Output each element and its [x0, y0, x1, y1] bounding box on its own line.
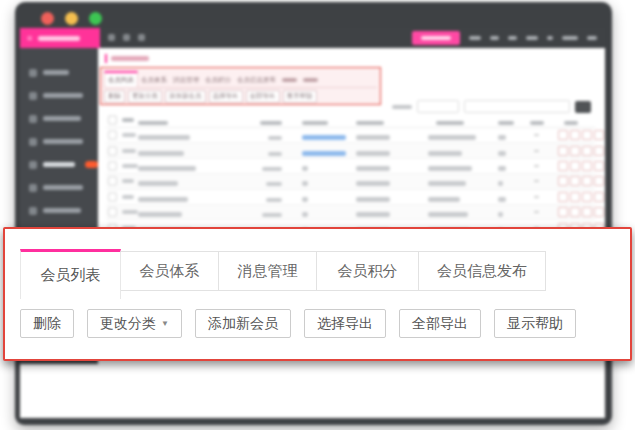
tab-members-list[interactable]: 会员列表: [20, 249, 121, 299]
action-button[interactable]: [594, 161, 604, 171]
nav-icon: [29, 138, 37, 146]
sidebar-item[interactable]: [20, 61, 98, 84]
action-button[interactable]: [594, 130, 604, 140]
change-category-button[interactable]: 更改分类▼: [87, 309, 182, 338]
profile-link[interactable]: [302, 151, 346, 156]
bg-delete-button[interactable]: 删除: [104, 90, 125, 103]
search-label-placeholder: [392, 105, 412, 109]
close-button[interactable]: [41, 12, 54, 25]
hamburger-icon: ≡: [27, 34, 32, 43]
header-menu: [412, 28, 597, 48]
nav-icon: [29, 207, 37, 215]
row-checkbox[interactable]: [108, 131, 117, 140]
menu-item-placeholder[interactable]: [562, 36, 578, 40]
select-all-checkbox[interactable]: [108, 115, 117, 124]
bg-export-all-button[interactable]: 全部导出: [246, 90, 280, 103]
profile-link[interactable]: [302, 135, 346, 140]
nav-icon: [29, 69, 37, 77]
row-checkbox[interactable]: [108, 192, 117, 201]
tab-bar: 会员列表 会员体系 消息管理 会员积分 会员信息发布: [20, 249, 546, 299]
sidebar-item[interactable]: [20, 130, 98, 153]
action-button[interactable]: [582, 130, 592, 140]
action-button[interactable]: [594, 207, 604, 217]
action-button[interactable]: [582, 192, 592, 202]
bg-add-member-button[interactable]: 添加新会员: [165, 90, 206, 103]
brand-logo[interactable]: ≡: [20, 28, 100, 48]
tab-member-system[interactable]: 会员体系: [120, 251, 219, 291]
bg-tab-members-list[interactable]: 会员列表: [104, 71, 138, 88]
action-button[interactable]: [594, 192, 604, 202]
header-primary-button[interactable]: [412, 31, 460, 45]
add-new-member-button[interactable]: 添加新会员: [195, 309, 291, 338]
bg-tab-extra[interactable]: [300, 73, 321, 88]
menu-item-placeholder[interactable]: [547, 36, 553, 40]
action-button[interactable]: [582, 207, 592, 217]
action-button[interactable]: [558, 161, 568, 171]
toolbar-buttons: 删除 更改分类▼ 添加新会员 选择导出 全部导出 显示帮助: [20, 309, 576, 338]
delete-button[interactable]: 删除: [20, 309, 74, 338]
nav-icon: [29, 161, 37, 169]
bg-tab-extra[interactable]: [279, 73, 300, 88]
bg-button-row: 删除 更改分类 添加新会员 选择导出 全部导出 显示帮助: [104, 90, 317, 103]
row-actions: [558, 130, 604, 140]
action-button[interactable]: [582, 176, 592, 186]
bg-change-category-button[interactable]: 更改分类: [128, 90, 162, 103]
action-button[interactable]: [570, 207, 580, 217]
menu-item-placeholder[interactable]: [469, 36, 481, 40]
sidebar-item[interactable]: [20, 84, 98, 107]
grid-icon[interactable]: [123, 34, 130, 41]
sidebar-item[interactable]: [20, 199, 98, 222]
nav-icon: [29, 92, 37, 100]
action-button[interactable]: [570, 130, 580, 140]
action-button[interactable]: [558, 176, 568, 186]
logo-text-placeholder: [38, 36, 80, 41]
row-checkbox[interactable]: [108, 161, 117, 170]
action-button[interactable]: [594, 176, 604, 186]
export-all-button[interactable]: 全部导出: [399, 309, 481, 338]
export-selected-button[interactable]: 选择导出: [304, 309, 386, 338]
bg-tab-bar: 会员列表 会员体系 消息管理 会员积分 会员信息发布: [104, 71, 377, 88]
action-button[interactable]: [570, 161, 580, 171]
action-button[interactable]: [558, 207, 568, 217]
nav-icon: [29, 184, 37, 192]
show-help-button[interactable]: 显示帮助: [494, 309, 576, 338]
magnified-overlay: 会员列表 会员体系 消息管理 会员积分 会员信息发布 删除 更改分类▼ 添加新会…: [3, 227, 632, 361]
sidebar-item-active[interactable]: [20, 153, 98, 176]
menu-item-placeholder[interactable]: [526, 36, 538, 40]
row-checkbox[interactable]: [108, 146, 117, 155]
action-button[interactable]: [582, 161, 592, 171]
bg-tab-member-system[interactable]: 会员体系: [138, 73, 170, 88]
menu-item-placeholder[interactable]: [490, 36, 499, 40]
sidebar-item[interactable]: [20, 176, 98, 199]
bg-tab-message-mgmt[interactable]: 消息管理: [170, 73, 202, 88]
page-title-placeholder: [111, 56, 149, 61]
tab-message-mgmt[interactable]: 消息管理: [218, 251, 317, 291]
refresh-icon[interactable]: [108, 34, 115, 41]
bg-export-selected-button[interactable]: 选择导出: [209, 90, 243, 103]
action-button[interactable]: [594, 146, 604, 156]
action-button[interactable]: [570, 146, 580, 156]
highlight-region: 会员列表 会员体系 消息管理 会员积分 会员信息发布 删除 更改分类 添加新会员…: [100, 67, 381, 105]
action-button[interactable]: [570, 176, 580, 186]
bell-icon[interactable]: [138, 34, 145, 41]
tab-member-info-publish[interactable]: 会员信息发布: [418, 251, 546, 291]
bg-tab-member-points[interactable]: 会员积分: [202, 73, 234, 88]
minimize-button[interactable]: [65, 12, 78, 25]
menu-item-placeholder[interactable]: [508, 36, 517, 40]
action-button[interactable]: [570, 192, 580, 202]
page-title: [105, 54, 149, 63]
row-actions: [558, 192, 604, 202]
action-button[interactable]: [558, 146, 568, 156]
row-checkbox[interactable]: [108, 208, 117, 217]
bg-show-help-button[interactable]: 显示帮助: [283, 90, 317, 103]
sidebar-item[interactable]: [20, 107, 98, 130]
bg-tab-member-info[interactable]: 会员信息发布: [234, 73, 279, 88]
row-actions: [558, 176, 604, 186]
tab-member-points[interactable]: 会员积分: [316, 251, 419, 291]
maximize-button[interactable]: [89, 12, 102, 25]
menu-item-placeholder[interactable]: [587, 36, 597, 40]
action-button[interactable]: [582, 146, 592, 156]
action-button[interactable]: [558, 192, 568, 202]
action-button[interactable]: [558, 130, 568, 140]
row-checkbox[interactable]: [108, 177, 117, 186]
